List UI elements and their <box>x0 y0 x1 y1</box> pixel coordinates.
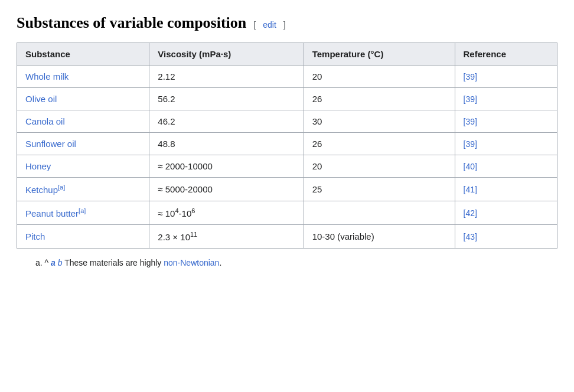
edit-bracket-open: [ <box>253 20 256 30</box>
substance-peanut-butter[interactable]: Peanut butter[a] <box>17 201 149 225</box>
reference-olive-oil[interactable]: [39] <box>455 88 557 110</box>
temperature-olive-oil: 26 <box>304 88 455 110</box>
non-newtonian-link[interactable]: non-Newtonian <box>164 258 219 267</box>
reference-whole-milk[interactable]: [39] <box>455 66 557 88</box>
viscosity-ketchup: ≈ 5000-20000 <box>149 178 304 201</box>
viscosity-peanut-butter: ≈ 104-106 <box>149 201 304 225</box>
page-heading: Substances of variable composition [edit… <box>17 14 557 32</box>
temperature-pitch: 10-30 (variable) <box>304 225 455 249</box>
table-header-row: Substance Viscosity (mPa·s) Temperature … <box>17 43 557 66</box>
page-title: Substances of variable composition <box>17 14 246 32</box>
viscosity-sunflower-oil: 48.8 <box>149 133 304 155</box>
footnote-period: . <box>219 258 221 267</box>
table-row: Peanut butter[a] ≈ 104-106 [42] <box>17 201 557 225</box>
table-row: Whole milk 2.12 20 [39] <box>17 66 557 88</box>
viscosity-honey: ≈ 2000-10000 <box>149 155 304 178</box>
reference-honey[interactable]: [40] <box>455 155 557 178</box>
temperature-honey: 20 <box>304 155 455 178</box>
substance-ketchup[interactable]: Ketchup[a] <box>17 178 149 201</box>
substance-honey[interactable]: Honey <box>17 155 149 178</box>
col-header-viscosity: Viscosity (mPa·s) <box>149 43 304 66</box>
table-row: Olive oil 56.2 26 [39] <box>17 88 557 110</box>
temperature-whole-milk: 20 <box>304 66 455 88</box>
substances-table: Substance Viscosity (mPa·s) Temperature … <box>17 43 557 249</box>
footnote-section: a. ^ a b These materials are highly non-… <box>17 258 557 267</box>
reference-ketchup[interactable]: [41] <box>455 178 557 201</box>
reference-pitch[interactable]: [43] <box>455 225 557 249</box>
table-row: Sunflower oil 48.8 26 [39] <box>17 133 557 155</box>
edit-bracket-close: ] <box>283 20 286 30</box>
footnote-text: These materials are highly <box>63 258 164 267</box>
reference-canola-oil[interactable]: [39] <box>455 110 557 133</box>
substance-sunflower-oil[interactable]: Sunflower oil <box>17 133 149 155</box>
substance-whole-milk[interactable]: Whole milk <box>17 66 149 88</box>
reference-peanut-butter[interactable]: [42] <box>455 201 557 225</box>
viscosity-olive-oil: 56.2 <box>149 88 304 110</box>
temperature-ketchup: 25 <box>304 178 455 201</box>
viscosity-pitch: 2.3 × 1011 <box>149 225 304 249</box>
table-row: Honey ≈ 2000-10000 20 [40] <box>17 155 557 178</box>
table-row: Pitch 2.3 × 1011 10-30 (variable) [43] <box>17 225 557 249</box>
viscosity-canola-oil: 46.2 <box>149 110 304 133</box>
temperature-canola-oil: 30 <box>304 110 455 133</box>
table-row: Ketchup[a] ≈ 5000-20000 25 [41] <box>17 178 557 201</box>
substance-canola-oil[interactable]: Canola oil <box>17 110 149 133</box>
col-header-reference: Reference <box>455 43 557 66</box>
table-row: Canola oil 46.2 30 [39] <box>17 110 557 133</box>
col-header-temperature: Temperature (°C) <box>304 43 455 66</box>
footnote-link-a[interactable]: a <box>51 258 56 267</box>
substance-olive-oil[interactable]: Olive oil <box>17 88 149 110</box>
substance-pitch[interactable]: Pitch <box>17 225 149 249</box>
col-header-substance: Substance <box>17 43 149 66</box>
footnote-link-b[interactable]: b <box>58 258 63 267</box>
reference-sunflower-oil[interactable]: [39] <box>455 133 557 155</box>
footnote-label: a. ^ <box>35 258 51 267</box>
temperature-peanut-butter <box>304 201 455 225</box>
temperature-sunflower-oil: 26 <box>304 133 455 155</box>
viscosity-whole-milk: 2.12 <box>149 66 304 88</box>
edit-link[interactable]: edit <box>263 20 276 30</box>
